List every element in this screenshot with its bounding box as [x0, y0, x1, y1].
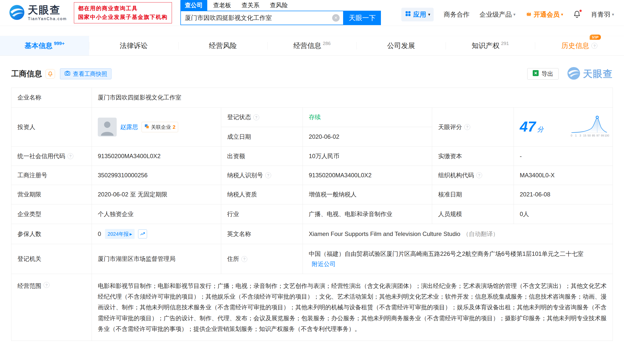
related-companies-count: 2 — [173, 123, 175, 131]
notification-bell-button[interactable] — [573, 10, 581, 19]
label-tyc-score: 天眼评分 ? — [432, 108, 514, 147]
value-approve-date: 2021-06-08 — [514, 185, 613, 204]
tab-legal-proceedings[interactable]: 法律诉讼 — [89, 36, 178, 55]
tab-label: 公司发展 — [387, 41, 415, 50]
caret-down-icon: ▾ — [561, 12, 563, 17]
value-industry: 广播、电视、电影和录音制作业 — [303, 204, 432, 224]
related-companies-icon — [144, 123, 149, 131]
label-staff-size: 人员规模 — [432, 204, 514, 224]
tab-count: 291 — [501, 41, 509, 46]
search-button[interactable]: 天眼一下 — [344, 11, 381, 25]
search-input[interactable] — [181, 11, 343, 25]
tab-basic-info[interactable]: 基本信息 999+ — [0, 36, 89, 55]
subscribe-bell-button[interactable] — [46, 69, 55, 79]
search-tab-boss[interactable]: 查老板 — [209, 0, 236, 11]
trend-chart-icon — [140, 231, 145, 237]
svg-text:50: 50 — [588, 134, 591, 137]
orange-bell-icon — [48, 71, 53, 77]
snapshot-label: 查看工商快照 — [73, 70, 107, 78]
tab-label: 知识产权 — [472, 41, 500, 50]
export-button[interactable]: 导出 — [527, 68, 559, 80]
apps-button[interactable]: 应用 ▾ — [401, 8, 434, 21]
value-taxpayer-quality: 增值税一般纳税人 — [303, 185, 432, 204]
tab-count: 999+ — [54, 41, 65, 46]
help-icon[interactable]: ? — [265, 172, 271, 178]
svg-text:97: 97 — [596, 134, 600, 137]
header-menu: 应用 ▾ 商务合作 企业级产品 ▾ 开通会员 ▾ — [401, 8, 614, 21]
label-business-term: 营业期限 — [11, 185, 92, 204]
investor-name-link[interactable]: 赵露思 — [120, 122, 138, 132]
score-distribution-chart: 0 1 3 15 50 85 97 99 100 — [569, 114, 609, 140]
search-tab-risk[interactable]: 查风险 — [265, 0, 292, 11]
crown-icon — [525, 11, 532, 18]
search-tab-relation[interactable]: 查关系 — [237, 0, 264, 11]
related-companies-tag[interactable]: 关联企业 2 — [142, 122, 178, 132]
user-account-menu[interactable]: 肖青羽 ▾ — [591, 10, 614, 19]
notification-red-dot — [579, 9, 582, 12]
caret-down-icon: ▾ — [612, 12, 614, 17]
investor-avatar[interactable] — [98, 118, 117, 136]
cooperation-label: 商务合作 — [444, 10, 469, 19]
nearby-companies-link[interactable]: 附近公司 — [312, 261, 336, 267]
tab-operating-risk[interactable]: 经营风险 — [178, 36, 267, 55]
apps-label: 应用 — [413, 10, 426, 19]
value-reg-status: 存续 — [303, 108, 432, 127]
company-nav-tabs: 基本信息 999+ 法律诉讼 经营风险 经营信息 286 公司发展 知识产权 2… — [0, 36, 624, 56]
help-icon[interactable]: ? — [241, 256, 247, 262]
help-icon[interactable]: ? — [476, 172, 482, 178]
tab-history-info[interactable]: 历史信息 ? VIP — [535, 36, 624, 55]
slogan-line-2: 国家中小企业发展子基金旗下机构 — [78, 13, 168, 21]
label-approve-date: 核准日期 — [432, 185, 514, 204]
value-company-name: 厦门市因吹四挺影视文化工作室 — [92, 88, 613, 108]
business-info-table: 企业名称 厦门市因吹四挺影视文化工作室 投资人 赵露思 关联企业 2 登记状态 … — [11, 88, 613, 341]
svg-text:15: 15 — [583, 134, 586, 137]
arrow-right-icon: ▸ — [130, 230, 132, 238]
search-module: 查公司 查老板 查关系 查风险 ✕ 天眼一下 — [180, 1, 381, 25]
svg-text:85: 85 — [592, 134, 595, 137]
excel-icon — [532, 70, 539, 78]
label-english-name: 英文名称 — [221, 224, 303, 244]
vip-badge: VIP — [590, 35, 601, 40]
tab-operating-info[interactable]: 经营信息 286 — [267, 36, 357, 55]
label-insured-count: 参保人数 — [11, 224, 92, 244]
value-company-type: 个人独资企业 — [92, 204, 221, 224]
slogan-line-1: 都在用的商业查询工具 — [78, 4, 168, 13]
top-header: 天眼查 TianYanCha.com 都在用的商业查询工具 国家中小企业发展子基… — [0, 0, 624, 26]
watermark-logo-icon — [567, 67, 580, 81]
label-paid-in-capital: 实缴资本 — [432, 147, 514, 166]
tianyancha-logo-icon — [9, 4, 25, 21]
value-staff-size: 0人 — [514, 204, 613, 224]
camera-icon — [64, 70, 71, 78]
brand-slogan: 都在用的商业查询工具 国家中小企业发展子基金旗下机构 — [74, 2, 172, 23]
label-address: 住所 ? — [221, 244, 303, 274]
insured-trend-chart-button[interactable] — [138, 229, 147, 238]
annual-report-tag[interactable]: 2024年报 ▸ — [105, 229, 135, 239]
caret-down-icon: ▾ — [428, 12, 430, 17]
view-snapshot-button[interactable]: 查看工商快照 — [60, 68, 111, 79]
value-org-code: MA3400L0-X — [514, 166, 613, 185]
help-icon[interactable]: ? — [591, 43, 597, 49]
tianyancha-logo[interactable]: 天眼查 TianYanCha.com — [9, 4, 67, 21]
menu-enterprise-products[interactable]: 企业级产品 ▾ — [479, 10, 516, 19]
search-tab-company[interactable]: 查公司 — [180, 0, 207, 11]
help-icon[interactable]: ? — [253, 114, 259, 120]
help-icon[interactable]: ? — [44, 282, 50, 288]
help-icon[interactable]: ? — [464, 124, 470, 130]
value-business-term: 2020-06-02 至 无固定期限 — [92, 185, 221, 204]
value-capital: 10万人民币 — [303, 147, 432, 166]
tab-intellectual-property[interactable]: 知识产权 291 — [446, 36, 535, 55]
value-reg-authority: 厦门市湖里区市场监督管理局 — [92, 244, 221, 274]
menu-business-cooperation[interactable]: 商务合作 — [444, 10, 469, 19]
username: 肖青羽 — [591, 10, 610, 19]
label-capital: 出资额 — [221, 147, 303, 166]
tab-count: 286 — [323, 41, 331, 46]
label-business-scope: 经营范围 ? — [11, 274, 92, 341]
clear-icon[interactable]: ✕ — [332, 14, 340, 22]
tab-label: 基本信息 — [25, 41, 52, 50]
related-companies-label: 关联企业 — [151, 123, 171, 131]
help-icon[interactable]: ? — [67, 153, 73, 159]
value-taxpayer-no: 91350200MA3400L0X2 — [303, 166, 432, 185]
tab-company-development[interactable]: 公司发展 — [357, 36, 446, 55]
menu-open-vip[interactable]: 开通会员 ▾ — [525, 10, 563, 19]
score-value: 47 分 — [520, 119, 544, 135]
